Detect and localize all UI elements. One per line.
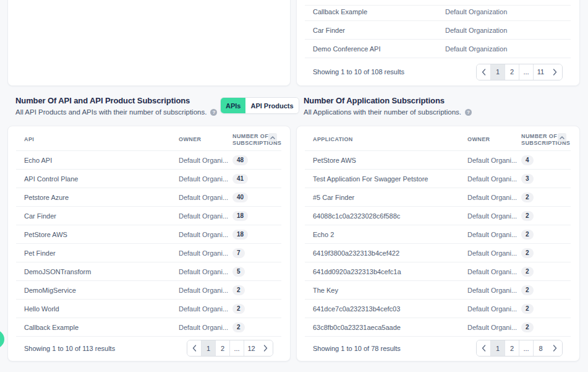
pagination: 12...8 — [476, 340, 563, 357]
subscription-count-badge: 5 — [232, 267, 245, 277]
table-row[interactable]: Petstore Azure Default Organi... 40 — [8, 188, 290, 207]
results-summary: Showing 1 to 10 of 113 results — [24, 345, 115, 352]
api-section-header: Number Of API and API Product Subscripti… — [15, 96, 217, 116]
table-row[interactable]: The Key Default Organi... 2 — [297, 281, 579, 300]
subscription-count-badge: 2 — [521, 248, 534, 258]
row-name: Petstore Azure — [24, 188, 69, 207]
subscription-count-badge: 2 — [521, 304, 534, 314]
row-owner: Default Organi... — [179, 281, 228, 300]
sort-button[interactable] — [268, 133, 277, 142]
chevron-right-icon — [263, 345, 268, 352]
row-owner: Default Organi... — [179, 188, 228, 207]
table-row[interactable]: PetStore AWS Default Organi... 4 — [297, 151, 579, 170]
row-name: 64088c1c0a2323028c6f588c — [313, 207, 400, 225]
table-row[interactable]: Test Application For Swagger Petstore De… — [297, 170, 579, 188]
row-name: 63c8fb0c0a23231aeca5aade — [313, 318, 401, 337]
table-row[interactable]: API Control Plane Default Organi... 41 — [8, 170, 290, 188]
page-button[interactable]: 8 — [534, 340, 548, 356]
subscription-count-badge: 2 — [232, 285, 245, 295]
table-row[interactable]: Demo Conference API Default Organization — [297, 40, 579, 58]
page-button[interactable]: 2 — [216, 340, 230, 356]
pagination-footer: Showing 1 to 10 of 78 results 12...8 — [297, 335, 579, 361]
table-body: PetStore AWS Default Organi... 4 Test Ap… — [297, 151, 579, 337]
table-row[interactable]: Car Finder Default Organization — [297, 21, 579, 40]
row-name: Callback Example — [24, 318, 79, 337]
next-page-button[interactable] — [548, 340, 562, 356]
table-row[interactable]: 63c8fb0c0a23231aeca5aade Default Organi.… — [297, 318, 579, 337]
tab-button[interactable]: APIs — [221, 98, 245, 113]
chevron-left-icon — [192, 345, 197, 352]
chevron-up-icon — [270, 136, 275, 139]
table-row[interactable]: DemoJSONTransform Default Organi... 5 — [8, 262, 290, 281]
page-button[interactable]: 2 — [505, 340, 519, 356]
sort-button[interactable] — [558, 133, 566, 142]
page-button[interactable]: ... — [519, 64, 534, 80]
row-name: PetStore AWS — [313, 151, 356, 170]
page-button[interactable]: ... — [230, 340, 244, 356]
page-button[interactable]: 2 — [505, 64, 519, 80]
row-owner: Default Organi... — [179, 244, 228, 262]
table-row[interactable]: Echo 2 Default Organi... 2 — [297, 225, 579, 244]
row-name: API Control Plane — [24, 170, 78, 188]
page-button[interactable]: 11 — [534, 64, 548, 80]
row-owner: Default Organi... — [179, 318, 228, 337]
dashboard-page: { "theme": { "accent_green": "#3CDCA2", … — [0, 0, 588, 372]
page-button[interactable]: 12 — [244, 340, 258, 356]
table-row[interactable]: Echo API Default Organi... 48 — [8, 151, 290, 170]
application-section-header: Number Of Application Subscriptions All … — [304, 96, 472, 116]
table-row[interactable]: 641dce7c0a232313b4cefc03 Default Organi.… — [297, 300, 579, 318]
subscription-count-badge: 40 — [232, 192, 248, 202]
table-row[interactable]: 641dd0920a232313b4cefc1a Default Organi.… — [297, 262, 579, 281]
table-row[interactable]: DemoMigService Default Organi... 2 — [8, 281, 290, 300]
subscription-count-badge: 2 — [521, 211, 534, 221]
chevron-left-icon — [482, 69, 486, 76]
section-subtitle: All Applications with their number of su… — [304, 108, 461, 116]
row-owner: Default Organization — [445, 2, 507, 21]
row-owner: Default Organi... — [467, 244, 517, 262]
row-name: DemoJSONTransform — [24, 262, 91, 281]
column-header-api: API — [24, 136, 34, 142]
row-owner: Default Organi... — [467, 262, 517, 281]
results-summary: Showing 1 to 10 of 78 results — [313, 345, 401, 352]
chevron-left-icon — [482, 345, 486, 352]
row-owner: Default Organization — [445, 21, 507, 40]
row-name: 641dd0920a232313b4cefc1a — [313, 262, 401, 281]
chevron-right-icon — [553, 69, 557, 76]
tab-button[interactable]: API Products — [245, 98, 298, 113]
column-header-owner: OWNER — [179, 136, 202, 142]
table-row[interactable]: PetStore AWS Default Organi... 18 — [8, 225, 290, 244]
subscription-count-badge: 2 — [521, 285, 534, 295]
subscription-count-badge: 18 — [232, 211, 248, 221]
column-header-subscriptions: NUMBER OF SUBSCRIPTIONS — [521, 133, 561, 147]
table-row[interactable]: Callback Example Default Organi... 2 — [8, 318, 290, 337]
table-row[interactable]: 6419f3800a232313b4cef422 Default Organi.… — [297, 244, 579, 262]
table-row[interactable]: Callback Example Default Organization — [297, 2, 579, 21]
table-row[interactable]: 64088c1c0a2323028c6f588c Default Organi.… — [297, 207, 579, 225]
row-name: #5 Car Finder — [313, 188, 354, 207]
page-button[interactable]: 1 — [491, 64, 505, 80]
row-owner: Default Organi... — [467, 318, 517, 337]
help-icon[interactable]: ? — [465, 109, 472, 116]
prev-page-button[interactable] — [477, 340, 491, 356]
row-name: Demo Conference API — [313, 40, 380, 58]
table-row[interactable]: Hello World Default Organi... 2 — [8, 300, 290, 318]
prev-page-button[interactable] — [187, 340, 202, 356]
api-type-tabs: APIsAPI Products — [220, 97, 299, 114]
subscription-count-badge: 18 — [232, 230, 248, 240]
row-owner: Default Organi... — [467, 281, 517, 300]
next-page-button[interactable] — [258, 340, 273, 356]
row-name: Echo API — [24, 151, 52, 170]
page-button[interactable]: 1 — [491, 340, 505, 356]
subscription-count-badge: 2 — [521, 267, 534, 277]
page-button[interactable]: 1 — [202, 340, 216, 356]
subscription-count-badge: 2 — [232, 322, 245, 332]
chat-widget-button[interactable] — [0, 330, 4, 348]
help-icon[interactable]: ? — [210, 109, 217, 116]
row-owner: Default Organi... — [467, 225, 517, 244]
table-row[interactable]: #5 Car Finder Default Organi... 2 — [297, 188, 579, 207]
page-button[interactable]: ... — [519, 340, 534, 356]
table-row[interactable]: Car Finder Default Organi... 18 — [8, 207, 290, 225]
next-page-button[interactable] — [548, 64, 562, 80]
prev-page-button[interactable] — [477, 64, 491, 80]
table-row[interactable]: Pet Finder Default Organi... 7 — [8, 244, 290, 262]
